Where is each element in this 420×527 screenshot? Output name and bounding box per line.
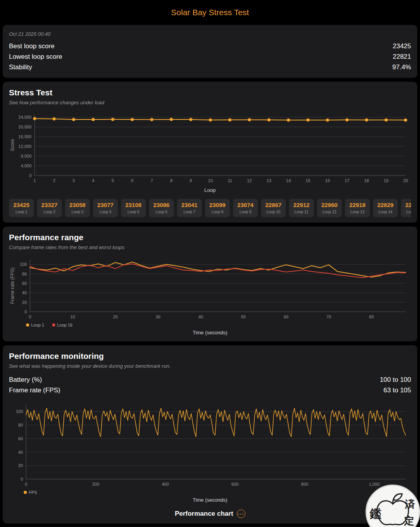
svg-text:200: 200	[92, 482, 99, 487]
loop-chip: 23077 Loop 4	[93, 199, 118, 217]
loop-chip: 23074 Loop 9	[233, 199, 258, 217]
svg-text:12,000: 12,000	[18, 144, 32, 149]
performance-range-card: Performance range Compare frame rates fr…	[3, 227, 417, 341]
legend-item: FPS	[24, 490, 37, 495]
svg-text:20: 20	[18, 463, 23, 468]
svg-text:1,000: 1,000	[369, 482, 380, 487]
svg-text:60: 60	[284, 314, 289, 319]
stress-chart: 04,0008,00012,00016,00020,00024,00012345…	[9, 111, 411, 185]
svg-text:3: 3	[72, 178, 75, 183]
loop-chip-score: 23099	[206, 202, 229, 209]
loop-chip-label: Loop 4	[94, 210, 117, 214]
svg-text:5: 5	[112, 178, 114, 183]
loop-chip-label: Loop 1	[10, 210, 33, 214]
loop-chip-score: 22829	[374, 202, 397, 209]
performance-range-chart: 02040608010001020304050607080Frame rate …	[9, 256, 411, 321]
svg-text:16: 16	[325, 178, 330, 183]
loop-chip-score: 22867	[262, 202, 285, 209]
loop-chip: 22858 Loop 15	[401, 199, 411, 217]
x-axis-title: Time (seconds)	[9, 497, 411, 503]
watermark-char: 定	[404, 514, 414, 527]
chart-svg: 02040608010001020304050607080Frame rate …	[9, 256, 411, 321]
certification-watermark: 鑑 済 定	[366, 485, 420, 527]
monitoring-row: Battery (%) 100 to 100	[9, 374, 411, 385]
loop-chip: 22867 Loop 10	[261, 199, 286, 217]
legend-item: Loop 16	[52, 323, 73, 327]
loop-chip: 23041 Loop 7	[177, 199, 202, 217]
svg-text:24,000: 24,000	[18, 115, 32, 119]
loop-chip-score: 23086	[150, 202, 173, 209]
loop-chip-label: Loop 15	[402, 210, 411, 214]
loop-chip-label: Loop 7	[178, 210, 201, 214]
svg-text:600: 600	[231, 482, 238, 487]
summary-value: 97.4%	[392, 62, 411, 72]
svg-text:800: 800	[301, 482, 308, 487]
ellipsis-icon[interactable]: ···	[237, 509, 245, 518]
svg-text:80: 80	[369, 314, 374, 319]
monitoring-label: Frame rate (FPS)	[9, 385, 60, 395]
legend-dot-icon	[24, 491, 27, 494]
loop-chips-row[interactable]: 23425 Loop 1 23327 Loop 2 23058 Loop 3 2…	[9, 199, 411, 217]
summary-value: 23425	[393, 41, 411, 51]
loop-chip-score: 23041	[178, 202, 201, 209]
run-date: Oct 21 2025 00:40	[9, 31, 411, 37]
section-title: Stress Test	[9, 88, 411, 97]
legend-label: Loop 16	[57, 323, 73, 327]
loop-chip-label: Loop 14	[374, 210, 397, 214]
svg-text:12: 12	[247, 178, 252, 183]
svg-text:2: 2	[53, 178, 55, 183]
monitoring-value: 63 to 105	[383, 385, 411, 395]
loop-chip: 22829 Loop 14	[373, 199, 398, 217]
svg-text:0: 0	[21, 477, 23, 481]
svg-text:40: 40	[22, 290, 27, 295]
loop-chip: 23327 Loop 2	[37, 199, 62, 217]
svg-text:40: 40	[198, 314, 203, 319]
loop-chip-label: Loop 10	[262, 210, 285, 214]
loop-chip: 22960 Loop 12	[317, 199, 342, 217]
svg-text:19: 19	[384, 178, 388, 183]
loop-chip: 22918 Loop 13	[345, 199, 370, 217]
legend-label: FPS	[29, 490, 37, 495]
loop-chip-score: 23425	[10, 202, 33, 209]
summary-row: Best loop score 23425	[9, 41, 411, 51]
section-title: Performance range	[9, 233, 411, 242]
svg-text:17: 17	[345, 178, 349, 183]
loop-chip-score: 22858	[402, 202, 411, 209]
svg-text:60: 60	[18, 436, 23, 441]
loop-chip: 22912 Loop 11	[289, 199, 314, 217]
svg-text:400: 400	[162, 482, 169, 487]
svg-text:4,000: 4,000	[21, 163, 32, 168]
loop-chip-score: 23077	[94, 202, 117, 209]
svg-text:10: 10	[208, 178, 213, 183]
loop-chip-label: Loop 9	[234, 210, 257, 214]
loop-chip-label: Loop 13	[346, 210, 369, 214]
monitoring-label: Battery (%)	[9, 374, 42, 385]
svg-text:7: 7	[150, 178, 153, 183]
svg-text:60: 60	[22, 281, 27, 286]
performance-chart-button[interactable]: Performance chart ···	[9, 509, 411, 518]
performance-monitoring-card: Performance monitoring See what was happ…	[3, 345, 417, 523]
svg-text:4: 4	[92, 178, 94, 183]
loop-chip-score: 23074	[234, 202, 257, 209]
svg-text:0: 0	[29, 173, 32, 178]
section-title: Performance monitoring	[9, 351, 411, 361]
watermark-char: 鑑	[370, 506, 382, 522]
summary-row: Stability 97.4%	[9, 62, 411, 72]
svg-text:30: 30	[156, 314, 160, 319]
performance-monitoring-chart: 02040608010002004006008001,000	[9, 401, 411, 488]
loop-chip-score: 23108	[122, 202, 145, 209]
svg-text:50: 50	[241, 314, 246, 319]
svg-text:20: 20	[403, 178, 408, 183]
svg-text:13: 13	[266, 178, 271, 183]
loop-chip-label: Loop 3	[66, 210, 89, 214]
svg-text:18: 18	[364, 178, 369, 183]
loop-chip-label: Loop 11	[290, 210, 313, 214]
loop-chip: 23058 Loop 3	[65, 199, 90, 217]
legend-item: Loop 1	[26, 323, 44, 327]
svg-text:6: 6	[131, 178, 133, 183]
svg-text:11: 11	[228, 178, 232, 183]
loop-chip-label: Loop 12	[318, 210, 341, 214]
monitoring-row: Frame rate (FPS) 63 to 105	[9, 385, 411, 395]
svg-text:8,000: 8,000	[21, 154, 32, 158]
loop-chip: 23086 Loop 6	[149, 199, 174, 217]
